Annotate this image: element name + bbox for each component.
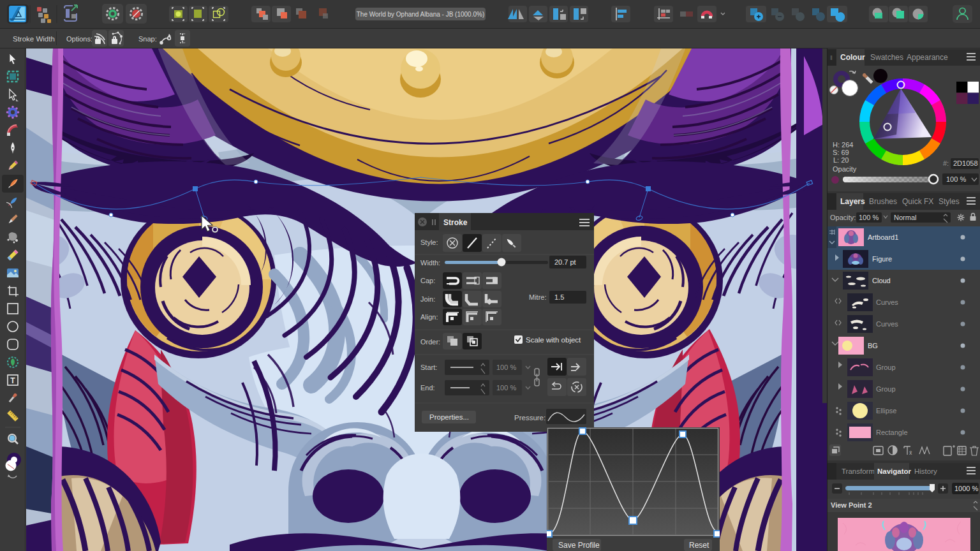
svg-text:100 %: 100 % <box>496 364 516 371</box>
svg-text:End:: End: <box>420 384 435 392</box>
svg-text:1000 %: 1000 % <box>954 485 979 492</box>
svg-text:Navigator: Navigator <box>877 467 912 475</box>
svg-text:20.7 pt: 20.7 pt <box>554 258 576 266</box>
svg-text:‖: ‖ <box>830 55 833 61</box>
svg-text:Swatches: Swatches <box>870 53 903 62</box>
svg-text:Styles: Styles <box>939 197 960 206</box>
svg-text:Curves: Curves <box>876 320 898 328</box>
svg-text:Colour: Colour <box>840 53 865 62</box>
svg-text:Brushes: Brushes <box>869 197 897 206</box>
svg-text:T: T <box>10 376 15 385</box>
svg-text:Width:: Width: <box>420 259 440 267</box>
svg-text:Appearance: Appearance <box>907 53 948 62</box>
svg-text:Cloud: Cloud <box>872 277 891 284</box>
svg-text:Properties...: Properties... <box>429 413 469 421</box>
svg-text:Group: Group <box>876 385 896 393</box>
svg-text:x̄: x̄ <box>909 450 912 456</box>
svg-text:Ellipse: Ellipse <box>876 407 896 415</box>
svg-text:Opacity:: Opacity: <box>830 214 856 221</box>
svg-text:Group: Group <box>876 364 896 371</box>
svg-text:Pressure:: Pressure: <box>514 414 546 422</box>
svg-text:Stroke: Stroke <box>443 218 468 227</box>
svg-text:100 %: 100 % <box>859 214 879 221</box>
svg-text:Transform: Transform <box>842 467 875 475</box>
svg-text:History: History <box>914 467 937 475</box>
svg-text:The World by Ophand Albana - J: The World by Ophand Albana - JB (1000.0%… <box>357 11 484 18</box>
svg-text:S: 69: S: 69 <box>833 149 849 156</box>
svg-text:Artboard1: Artboard1 <box>868 233 898 241</box>
svg-text:Opacity: Opacity <box>833 165 857 173</box>
svg-text:Align:: Align: <box>420 313 438 321</box>
svg-text:Start:: Start: <box>420 364 437 371</box>
svg-text:100 %: 100 % <box>946 175 966 183</box>
svg-text:2D1058: 2D1058 <box>953 159 978 167</box>
svg-text:Curves: Curves <box>876 298 898 306</box>
svg-text:Join:: Join: <box>420 295 435 303</box>
svg-text:Save Profile: Save Profile <box>558 541 600 550</box>
svg-text:Reset: Reset <box>689 541 709 550</box>
svg-text:Quick FX: Quick FX <box>902 197 933 206</box>
svg-text:Figure: Figure <box>872 255 892 263</box>
svg-text:Scale with object: Scale with object <box>526 336 581 344</box>
svg-text:Style:: Style: <box>420 239 438 246</box>
svg-text:View Point 2: View Point 2 <box>831 501 872 509</box>
svg-text:Cap:: Cap: <box>420 277 435 284</box>
svg-text:Layers: Layers <box>840 197 865 206</box>
svg-text:BG: BG <box>868 342 878 349</box>
svg-text:Normal: Normal <box>894 214 916 221</box>
svg-text:Mitre:: Mitre: <box>529 293 547 301</box>
svg-text:1.5: 1.5 <box>554 293 564 301</box>
svg-text:Rectangle: Rectangle <box>876 429 908 436</box>
svg-text:H: 264: H: 264 <box>833 141 853 149</box>
svg-text:Order:: Order: <box>420 338 440 346</box>
svg-text:#:: #: <box>943 159 949 167</box>
svg-text:L: 20: L: 20 <box>833 156 849 164</box>
svg-text:100 %: 100 % <box>496 384 516 392</box>
